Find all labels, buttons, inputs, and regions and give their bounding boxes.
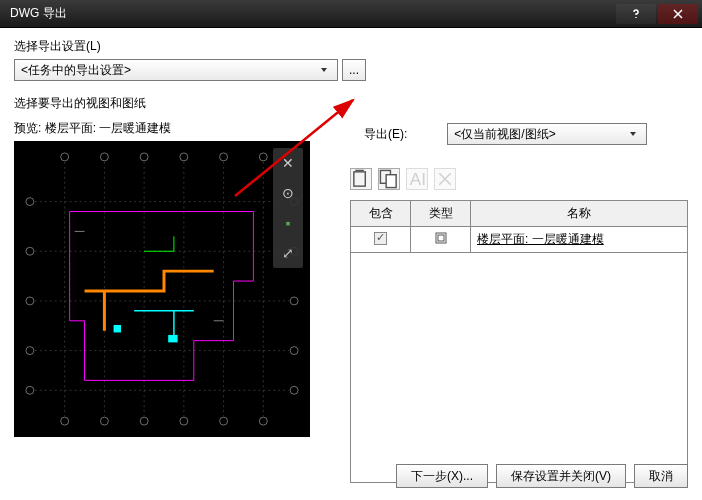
view-name-cell[interactable]: 楼层平面: 一层暖通建模 [471, 227, 688, 253]
col-type[interactable]: 类型 [411, 201, 471, 227]
views-table: 包含 类型 名称 楼层平面: 一层暖通建模 [350, 200, 688, 253]
svg-text:AI: AI [410, 169, 426, 189]
svg-rect-34 [169, 336, 177, 342]
rename-button: AI [406, 168, 428, 190]
include-checkbox[interactable] [374, 232, 387, 245]
table-empty-area [350, 253, 688, 483]
dialog-content: 选择导出设置(L) <任务中的导出设置> ... 选择要导出的视图和图纸 预览:… [0, 28, 702, 447]
export-scope-value: <仅当前视图/图纸> [454, 126, 626, 143]
close-preview-icon[interactable]: ✕ [273, 148, 303, 178]
col-name[interactable]: 名称 [471, 201, 688, 227]
expand-icon[interactable]: ⤢ [273, 238, 303, 268]
select-settings-label: 选择导出设置(L) [14, 38, 688, 55]
close-button[interactable] [658, 4, 698, 24]
export-scope-dropdown[interactable]: <仅当前视图/图纸> [447, 123, 647, 145]
preview-toolbar: ✕ ⊙ ▪ ⤢ [273, 148, 303, 268]
svg-rect-40 [386, 175, 396, 188]
select-views-label: 选择要导出的视图和图纸 [14, 95, 324, 112]
svg-rect-38 [354, 172, 365, 186]
settings-more-button[interactable]: ... [342, 59, 366, 81]
new-set-button[interactable] [350, 168, 372, 190]
svg-rect-0 [15, 142, 309, 436]
pan-icon[interactable]: ▪ [273, 208, 303, 238]
duplicate-button[interactable] [378, 168, 400, 190]
dialog-footer: 下一步(X)... 保存设置并关闭(V) 取消 [396, 464, 688, 488]
svg-rect-43 [438, 235, 444, 241]
export-label: 导出(E): [364, 126, 407, 143]
preview-label: 预览: 楼层平面: 一层暖通建模 [14, 120, 324, 137]
help-button[interactable] [616, 4, 656, 24]
view-type-icon [434, 231, 448, 245]
save-close-button[interactable]: 保存设置并关闭(V) [496, 464, 626, 488]
table-row[interactable]: 楼层平面: 一层暖通建模 [351, 227, 688, 253]
zoom-icon[interactable]: ⊙ [273, 178, 303, 208]
chevron-down-icon [626, 127, 640, 141]
export-settings-dropdown[interactable]: <任务中的导出设置> [14, 59, 338, 81]
next-button[interactable]: 下一步(X)... [396, 464, 488, 488]
export-settings-value: <任务中的导出设置> [21, 62, 317, 79]
window-title: DWG 导出 [10, 5, 614, 22]
views-panel: AI 包含 类型 名称 楼层平面: 一层暖通建模 [350, 168, 688, 483]
preview-canvas: ✕ ⊙ ▪ ⤢ [14, 141, 310, 437]
col-include[interactable]: 包含 [351, 201, 411, 227]
cancel-button[interactable]: 取消 [634, 464, 688, 488]
chevron-down-icon [317, 63, 331, 77]
delete-button [434, 168, 456, 190]
svg-rect-35 [114, 326, 120, 332]
titlebar: DWG 导出 [0, 0, 702, 28]
